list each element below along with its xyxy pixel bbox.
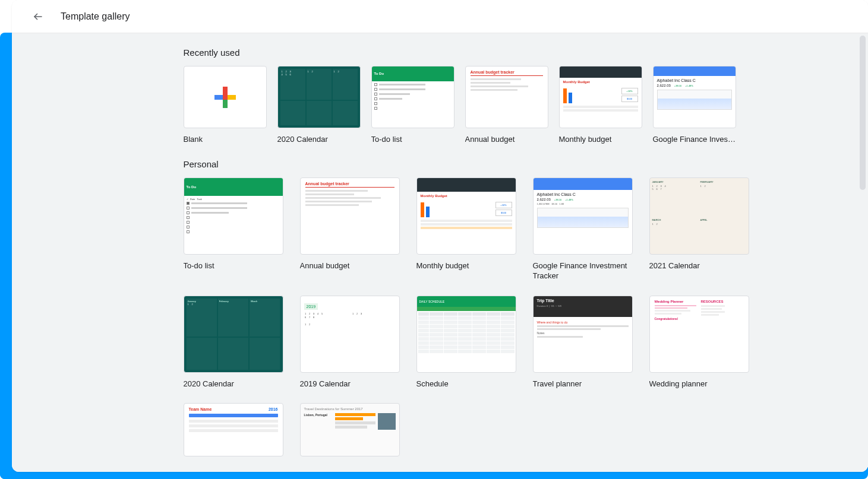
template-monthly-p[interactable]: Monthly Budget +50% $500 Monthly b (416, 177, 516, 281)
plus-icon (214, 87, 236, 108)
arrow-left-icon (33, 11, 43, 22)
template-travel-planner[interactable]: Trip Title Duration 3 | 9/1 → 9/3 Where … (533, 296, 633, 389)
thumb-place: Lisbon, Portugal (304, 413, 333, 417)
template-2019-calendar[interactable]: 2019 12345678 123 12 2019 Calendar (300, 296, 400, 389)
template-wedding-planner[interactable]: Wedding Planner Congratulations! RESOURC… (649, 296, 749, 389)
thumb-stat: $500 (495, 210, 512, 216)
header: Template gallery (12, 0, 868, 33)
thumb-todo-header: To Do (372, 66, 454, 81)
thumb-monthly: Monthly Budget +50% $500 (416, 177, 516, 255)
thumb-2020: January12 February March (184, 296, 283, 373)
template-todo-p[interactable]: To Do ✓ Date Task To-do list (184, 177, 283, 281)
card-label: Blank (184, 134, 267, 145)
card-label: To-do list (371, 134, 454, 145)
thumb-2020-calendar: 123456 12 12 (277, 66, 361, 128)
card-label: 2020 Calendar (277, 134, 361, 145)
thumb-schedule: DAILY SCHEDULE (416, 296, 516, 373)
section-personal: Personal To Do ✓ Date Task (42, 159, 838, 472)
thumb-annual: Annual budget tracker (300, 177, 400, 255)
thumb-todo: To Do (371, 66, 454, 128)
template-team-roster[interactable]: Team Name 2016 (184, 403, 283, 462)
card-label: Monthly budget (416, 261, 516, 271)
template-annual-budget[interactable]: Annual budget tracker Annual budget (465, 66, 548, 145)
card-label: 2021 Calendar (649, 261, 749, 271)
thumb-col-title: RESOURCES (701, 300, 725, 303)
template-2020-calendar-p[interactable]: January12 February March 2020 Calendar (184, 296, 283, 389)
template-monthly-budget[interactable]: Monthly Budget +10% $500 Monthly b (559, 66, 642, 145)
personal-row-1: To Do ✓ Date Task To-do list (71, 177, 810, 281)
template-schedule[interactable]: DAILY SCHEDULE (416, 296, 516, 389)
section-title-recent: Recently used (71, 47, 810, 58)
thumb-todo: To Do ✓ Date Task (184, 177, 283, 255)
card-label: Travel planner (533, 379, 633, 389)
thumb-travel: Trip Title Duration 3 | 9/1 → 9/3 Where … (533, 296, 633, 373)
thumb-monthly-title: Monthly Budget (563, 80, 638, 84)
thumb-delta: +38.16 (554, 198, 561, 201)
thumb-team-year: 2016 (269, 407, 278, 411)
template-google-finance[interactable]: Alphabet Inc Class C 2,622.03+38.16+1.48… (653, 66, 736, 145)
thumb-stock-price: 2,622.03 (657, 84, 671, 87)
thumb-team-name: Team Name (189, 407, 212, 411)
card-label: 2020 Calendar (184, 379, 283, 389)
thumb-title: Monthly Budget (421, 194, 512, 198)
thumb-title: Travel Destinations for Summer 2017 (304, 407, 396, 411)
template-2021-calendar[interactable]: JANUARY1234567 FEBRUARY12 MARCH12 APRIL … (649, 177, 749, 281)
thumb-stock-pct: +1.48% (685, 84, 693, 87)
thumb-stock-delta: +38.16 (674, 84, 681, 87)
card-label: Annual budget (465, 134, 548, 145)
thumb-annual-title: Annual budget tracker (471, 70, 543, 74)
thumb-stat: +10% (621, 88, 638, 94)
template-2020-calendar[interactable]: 123456 12 12 2020 Calendar (277, 66, 361, 145)
card-label: To-do list (184, 261, 283, 271)
personal-row-3: Team Name 2016 Travel Destinations for S… (71, 403, 810, 462)
scrollbar[interactable] (860, 36, 866, 190)
thumb-pct: +1.48% (565, 198, 573, 201)
thumb-price: 2,622.03 (537, 198, 551, 201)
thumb-2019: 2019 12345678 123 12 (300, 296, 400, 373)
card-label: Monthly budget (559, 134, 642, 145)
thumb-title: Annual budget tracker (305, 182, 394, 186)
thumb-finance: Alphabet Inc Class C 2,622.03+38.16+1.48… (533, 177, 633, 255)
card-label: Wedding planner (649, 379, 749, 389)
template-gallery-window: Template gallery Recently used Blank (12, 0, 868, 472)
thumb-year: 2019 (304, 303, 318, 310)
personal-row-2: January12 February March 2020 Calendar 2… (71, 296, 810, 389)
template-blank[interactable]: Blank (184, 66, 267, 145)
thumb-header: To Do (184, 178, 283, 196)
thumb-annual: Annual budget tracker (465, 66, 548, 128)
card-label: 2019 Calendar (300, 379, 400, 389)
template-travel-destinations[interactable]: Travel Destinations for Summer 2017 Lisb… (300, 403, 400, 462)
recent-row: Blank 123456 12 12 2020 Calendar (71, 66, 810, 145)
thumb-destinations: Travel Destinations for Summer 2017 Lisb… (300, 403, 400, 456)
card-label: Annual budget (300, 261, 400, 271)
section-title-personal: Personal (71, 159, 810, 169)
page-title: Template gallery (61, 11, 130, 22)
thumb-name: Alphabet Inc Class C (537, 192, 629, 196)
card-label: Google Finance Invest... (653, 134, 736, 145)
content-area: Recently used Blank 123 (12, 33, 868, 472)
thumb-wedding: Wedding Planner Congratulations! RESOURC… (649, 296, 749, 373)
thumb-stock-name: Alphabet Inc Class C (657, 78, 732, 83)
thumb-header: DAILY SCHEDULE (417, 296, 516, 307)
card-label: Google Finance Investment Tracker (533, 261, 633, 281)
section-recently-used: Recently used Blank 123 (42, 47, 838, 159)
template-finance-p[interactable]: Alphabet Inc Class C 2,622.03+38.16+1.48… (533, 177, 633, 281)
thumb-blank (184, 66, 267, 128)
thumb-finance: Alphabet Inc Class C 2,622.03+38.16+1.48… (653, 66, 736, 128)
thumb-monthly: Monthly Budget +10% $500 (559, 66, 642, 128)
card-label: Schedule (416, 379, 516, 389)
thumb-title: Trip Title (537, 299, 629, 303)
thumb-col-title: Wedding Planner (655, 300, 696, 303)
thumb-stat: $500 (621, 96, 638, 102)
template-annual-p[interactable]: Annual budget tracker Annual budget (300, 177, 400, 281)
template-todo[interactable]: To Do To-do list (371, 66, 454, 145)
back-button[interactable] (26, 5, 50, 28)
thumb-team: Team Name 2016 (184, 403, 283, 456)
thumb-2021: JANUARY1234567 FEBRUARY12 MARCH12 APRIL (649, 177, 749, 255)
